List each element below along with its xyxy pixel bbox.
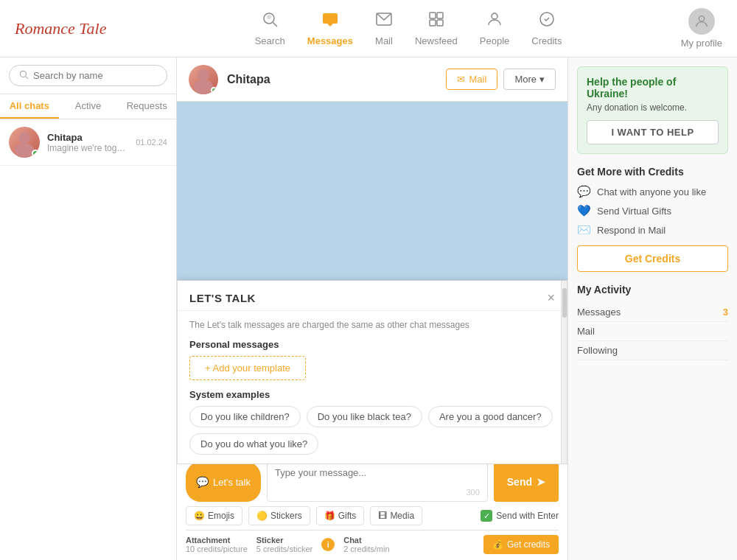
gifts-feature-icon: 💙 xyxy=(577,204,591,217)
stickers-button[interactable]: 🟡 Stickers xyxy=(248,506,310,525)
newsfeed-icon xyxy=(427,10,445,32)
gifts-button[interactable]: 🎁 Gifts xyxy=(316,506,365,525)
tab-requests[interactable]: Requests xyxy=(117,94,176,119)
chat-feature-text: Chat with anyone you like xyxy=(597,186,706,197)
feature-mail: ✉️ Respond in Mail xyxy=(577,223,728,237)
chat-time: 01.02.24 xyxy=(136,138,167,147)
emojis-button[interactable]: 😀 Emojis xyxy=(186,506,242,525)
send-enter-label: Send with Enter xyxy=(496,511,559,521)
message-input-wrap: 300 xyxy=(267,462,488,502)
char-count: 300 xyxy=(275,488,480,497)
mail-icon xyxy=(375,10,393,32)
example-chip-2[interactable]: Are you a good dancer? xyxy=(428,406,553,427)
nav-item-people[interactable]: People xyxy=(480,10,509,46)
message-input[interactable] xyxy=(275,467,480,488)
mail-button-label: Mail xyxy=(469,74,487,85)
lets-talk-button[interactable]: 💬 Let's talk xyxy=(186,462,261,502)
activity-item-mail: Mail xyxy=(577,322,728,341)
nav-item-search[interactable]: Search xyxy=(255,10,285,46)
send-label: Send xyxy=(507,476,532,488)
nav-item-messages[interactable]: Messages xyxy=(307,10,353,46)
personal-section-label: Personal messages xyxy=(189,339,555,350)
emoji-icon: 😀 xyxy=(194,511,205,521)
activity-mail-label: Mail xyxy=(577,326,595,337)
nav-item-newsfeed[interactable]: Newsfeed xyxy=(415,10,458,46)
mail-button[interactable]: ✉ Mail xyxy=(446,69,498,90)
sticker-value: 5 credits/sticker xyxy=(256,545,312,553)
sticker-label: Sticker xyxy=(256,536,312,545)
chat-header: Chitapa ✉ Mail More ▾ xyxy=(177,57,567,102)
send-enter-wrap: ✓ Send with Enter xyxy=(481,510,559,522)
get-credits-icon: 💰 xyxy=(492,539,503,550)
main-content: All chats Active Requests Chitapa Imagin… xyxy=(0,57,737,560)
search-input[interactable] xyxy=(33,70,158,81)
nav-item-mail[interactable]: Mail xyxy=(375,10,393,46)
nav-messages-label: Messages xyxy=(307,35,353,46)
send-button[interactable]: Send ➤ xyxy=(494,462,559,502)
modal-scrollbar[interactable] xyxy=(561,281,567,463)
attachment-value: 10 credits/picture xyxy=(186,545,248,553)
svg-point-17 xyxy=(198,69,209,81)
activity-item-messages: Messages 3 xyxy=(577,303,728,322)
credits-section: Get More with Credits 💬 Chat with anyone… xyxy=(577,166,728,272)
checkbox-send-enter[interactable]: ✓ xyxy=(481,510,492,522)
nav-people-label: People xyxy=(480,35,509,46)
system-examples-section: System examples Do you like children? Do… xyxy=(189,389,555,455)
example-chip-0[interactable]: Do you like children? xyxy=(189,406,301,427)
chat-info: Chitapa Imagine we're together a... xyxy=(47,132,128,153)
chat-area: Chitapa ✉ Mail More ▾ LET'S TALK × The L… xyxy=(177,57,567,560)
examples-grid: Do you like children? Do you like black … xyxy=(189,406,555,455)
add-template-button[interactable]: + Add your template xyxy=(189,356,306,380)
modal-header: LET'S TALK × xyxy=(178,281,567,311)
svg-rect-8 xyxy=(430,20,436,26)
chat-name: Chitapa xyxy=(47,132,128,143)
lets-talk-modal: LET'S TALK × The Let's talk messages are… xyxy=(177,280,567,464)
get-credits-label: Get credits xyxy=(507,539,550,550)
sticker-info: Sticker 5 credits/sticker xyxy=(256,536,312,553)
gifts-feature-text: Send Virtual Gifts xyxy=(597,206,671,217)
profile-nav[interactable]: My profile xyxy=(681,8,722,49)
activity-item-following: Following xyxy=(577,341,728,360)
ukraine-title: Help the people of Ukraine! xyxy=(587,76,719,99)
modal-close-button[interactable]: × xyxy=(547,291,555,304)
search-icon xyxy=(261,10,279,32)
stickers-label: Stickers xyxy=(270,511,302,521)
media-button[interactable]: 🎞 Media xyxy=(370,506,422,525)
gift-icon: 🎁 xyxy=(324,511,335,521)
info-icon-wrap[interactable]: i xyxy=(321,538,335,551)
nav-item-credits[interactable]: Credits xyxy=(531,10,562,46)
feature-chat: 💬 Chat with anyone you like xyxy=(577,185,728,198)
svg-point-18 xyxy=(194,80,213,94)
modal-title: LET'S TALK xyxy=(189,292,256,304)
ukraine-donation-box: Help the people of Ukraine! Any donation… xyxy=(577,66,728,154)
modal-subtitle: The Let's talk messages are charged the … xyxy=(189,320,555,330)
messages-icon xyxy=(321,10,339,32)
get-credits-large-button[interactable]: Get Credits xyxy=(577,245,728,272)
lets-talk-icon: 💬 xyxy=(196,476,209,488)
example-chip-3[interactable]: Do you do what you like? xyxy=(189,433,318,455)
nav-mail-label: Mail xyxy=(375,35,393,46)
online-indicator xyxy=(32,150,39,157)
credits-section-title: Get More with Credits xyxy=(577,166,728,178)
ukraine-help-button[interactable]: I WANT TO HELP xyxy=(587,120,719,144)
system-section-label: System examples xyxy=(189,389,555,400)
chat-preview: Imagine we're together a... xyxy=(47,143,128,153)
list-item[interactable]: Chitapa Imagine we're together a... 01.0… xyxy=(0,119,176,166)
nav-search-label: Search xyxy=(255,35,285,46)
sticker-icon: 🟡 xyxy=(256,511,268,521)
nav-newsfeed-label: Newsfeed xyxy=(415,35,458,46)
more-button[interactable]: More ▾ xyxy=(503,69,556,90)
header: Romance Tale Search Messages Mail Newsfe… xyxy=(0,0,737,57)
right-sidebar: Help the people of Ukraine! Any donation… xyxy=(567,57,737,560)
credits-icon xyxy=(538,10,556,32)
get-credits-button[interactable]: 💰 Get credits xyxy=(483,535,559,554)
example-chip-1[interactable]: Do you like black tea? xyxy=(307,406,422,427)
search-icon xyxy=(18,69,29,82)
tab-active[interactable]: Active xyxy=(59,94,118,119)
profile-label: My profile xyxy=(681,38,722,49)
more-button-label: More xyxy=(514,74,537,85)
message-area: 💬 Let's talk 300 Send ➤ 😀 Emojis xyxy=(177,455,567,560)
tab-all-chats[interactable]: All chats xyxy=(0,94,59,119)
svg-point-2 xyxy=(267,15,271,19)
people-icon xyxy=(486,10,503,32)
